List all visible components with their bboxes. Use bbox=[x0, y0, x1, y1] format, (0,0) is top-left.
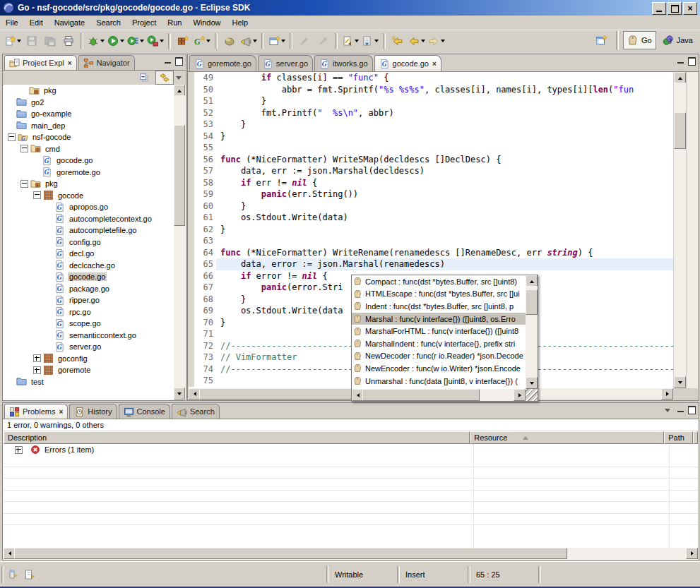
collapse-icon[interactable] bbox=[8, 133, 16, 141]
menu-project[interactable]: Project bbox=[126, 17, 162, 28]
dropdown-arrow-icon[interactable] bbox=[160, 40, 164, 42]
menu-window[interactable]: Window bbox=[187, 17, 226, 28]
dropdown-arrow-icon[interactable] bbox=[100, 40, 105, 42]
dropdown-arrow-icon[interactable] bbox=[374, 40, 379, 42]
tree-item-autocompletefile-go[interactable]: Gautocompletefile.go bbox=[4, 224, 174, 236]
panel-tab-problems[interactable]: Problems× bbox=[4, 404, 68, 419]
dropdown-arrow-icon[interactable] bbox=[281, 40, 285, 42]
tree-item-cmd[interactable]: cmd bbox=[4, 143, 174, 155]
tree-item-server-go[interactable]: Gserver.go bbox=[4, 341, 174, 353]
code-line-60[interactable]: 60 } bbox=[189, 200, 673, 212]
tree-item-goconfig[interactable]: goconfig bbox=[4, 353, 174, 365]
scroll-right-button[interactable] bbox=[661, 388, 673, 400]
scroll-track[interactable] bbox=[14, 548, 687, 559]
scroll-track[interactable] bbox=[674, 83, 686, 378]
maximize-button[interactable] bbox=[668, 2, 682, 15]
problems-horizontal-scrollbar[interactable] bbox=[4, 548, 698, 559]
new-window-button[interactable] bbox=[267, 32, 287, 50]
tree-item-semanticcontext-go[interactable]: Gsemanticcontext.go bbox=[4, 330, 174, 342]
debug-button[interactable] bbox=[86, 32, 106, 50]
dropdown-arrow-icon[interactable] bbox=[120, 40, 124, 42]
view-menu-icon[interactable] bbox=[665, 409, 670, 412]
panel-tab-search[interactable]: Search bbox=[172, 404, 220, 419]
collapse-icon[interactable] bbox=[20, 180, 28, 188]
problems-maximize-icon[interactable] bbox=[688, 406, 696, 414]
column-header-resource[interactable]: Resource bbox=[470, 431, 664, 444]
scroll-track[interactable] bbox=[174, 95, 185, 389]
tree-item-declcache-go[interactable]: Gdeclcache.go bbox=[4, 260, 174, 272]
code-line-55[interactable]: 55 bbox=[189, 142, 673, 154]
column-header-description[interactable]: Description bbox=[4, 431, 470, 444]
scroll-thumb[interactable] bbox=[362, 389, 480, 401]
completion-item-newdecoder[interactable]: NewDecoder : func(r io.Reader) *json.Dec… bbox=[352, 350, 526, 363]
code-line-63[interactable]: 63 bbox=[189, 235, 673, 247]
run-button[interactable] bbox=[106, 32, 126, 50]
search-button[interactable] bbox=[239, 32, 259, 50]
view-tab-project-expl[interactable]: Project Expl× bbox=[4, 55, 77, 70]
expand-icon[interactable] bbox=[33, 354, 41, 362]
completion-item-marshalforhtml[interactable]: MarshalForHTML : func(v interface{}) ([]… bbox=[352, 325, 526, 337]
tree-item-rpc-go[interactable]: Grpc.go bbox=[4, 306, 174, 318]
link-editor-button[interactable] bbox=[155, 71, 174, 85]
completion-item-compact[interactable]: Compact : func(dst *bytes.Buffer, src []… bbox=[352, 275, 526, 288]
completion-item-newencoder[interactable]: NewEncoder : func(w io.Writer) *json.Enc… bbox=[352, 362, 526, 375]
scroll-down-button[interactable] bbox=[174, 388, 185, 400]
menu-file[interactable]: File bbox=[0, 17, 24, 28]
menu-edit[interactable]: Edit bbox=[24, 17, 49, 28]
panel-tab-console[interactable]: Console bbox=[119, 404, 170, 419]
last-edit-location-icon[interactable] bbox=[24, 569, 35, 580]
expand-icon[interactable] bbox=[15, 446, 23, 454]
tree-item-nsf-gocode[interactable]: Gnsf-gocode bbox=[4, 131, 174, 143]
popup-resize-grip[interactable] bbox=[526, 389, 538, 401]
scroll-track[interactable] bbox=[362, 389, 515, 401]
tree-item-main-dep[interactable]: main_dep bbox=[4, 120, 174, 132]
back-history-button[interactable] bbox=[388, 32, 407, 50]
menu-help[interactable]: Help bbox=[227, 17, 254, 28]
scroll-thumb[interactable] bbox=[526, 289, 538, 315]
smart-insert-icon[interactable] bbox=[7, 569, 18, 580]
perspective-go-button[interactable]: Go bbox=[623, 31, 656, 49]
next-annotation-button[interactable] bbox=[360, 32, 380, 50]
minimize-button[interactable] bbox=[652, 2, 666, 15]
code-line-61[interactable]: 61 os.Stdout.Write(data) bbox=[189, 212, 673, 224]
tree-item-decl-go[interactable]: Gdecl.go bbox=[4, 248, 174, 260]
dropdown-arrow-icon[interactable] bbox=[355, 40, 359, 42]
tree-item-autocompletecontext-go[interactable]: Gautocompletecontext.go bbox=[4, 213, 174, 225]
scroll-thumb[interactable] bbox=[174, 125, 185, 226]
tree-item-gocode-go[interactable]: Ggocode.go bbox=[4, 271, 174, 283]
editor-vertical-scrollbar[interactable] bbox=[674, 72, 686, 388]
save-button[interactable] bbox=[23, 32, 41, 50]
tree-item-go-example[interactable]: go-example bbox=[4, 108, 174, 120]
tree-item-gocode[interactable]: gocode bbox=[4, 190, 174, 202]
dropdown-arrow-icon[interactable] bbox=[206, 40, 210, 42]
new-go-element-button[interactable]: G bbox=[192, 32, 212, 50]
menu-search[interactable]: Search bbox=[90, 17, 126, 28]
tree-item-apropos-go[interactable]: Gapropos.go bbox=[4, 201, 174, 213]
tree-item-package-go[interactable]: Gpackage.go bbox=[4, 283, 174, 295]
back-button[interactable] bbox=[407, 32, 427, 50]
tree-item-goremote-go[interactable]: Ggoremote.go bbox=[4, 167, 174, 179]
code-line-58[interactable]: 58 if err != nil { bbox=[189, 177, 673, 189]
tree-item-pkg[interactable]: pkg bbox=[4, 85, 174, 97]
scroll-right-button[interactable] bbox=[514, 389, 526, 401]
tree-item-gocode-go[interactable]: Ggocode.go bbox=[4, 155, 174, 167]
dropdown-arrow-icon[interactable] bbox=[421, 40, 425, 42]
view-minimize-icon[interactable] bbox=[165, 60, 171, 64]
mark-occurrences-button[interactable] bbox=[295, 32, 314, 50]
format-button[interactable] bbox=[314, 32, 332, 50]
code-line-51[interactable]: 51 } bbox=[189, 95, 673, 107]
tree-item-test[interactable]: test bbox=[4, 376, 174, 388]
run-external-button[interactable] bbox=[146, 32, 165, 50]
open-perspective-button[interactable] bbox=[592, 31, 610, 49]
completion-item-marshalindent[interactable]: MarshalIndent : func(v interface{}, pref… bbox=[352, 337, 526, 350]
code-line-49[interactable]: 49 if classes[i] == "func" { bbox=[189, 72, 673, 84]
expand-icon[interactable] bbox=[33, 366, 41, 374]
scroll-track[interactable] bbox=[526, 286, 538, 378]
menu-run[interactable]: Run bbox=[162, 17, 187, 28]
save-all-button[interactable] bbox=[41, 32, 59, 50]
tree-item-pkg[interactable]: pkg bbox=[4, 178, 174, 190]
panel-tab-history[interactable]: History bbox=[69, 404, 117, 419]
perspective-java-button[interactable]: J Java bbox=[659, 32, 696, 49]
new-wizard-button[interactable] bbox=[3, 32, 23, 50]
new-go-project-button[interactable] bbox=[174, 32, 192, 50]
